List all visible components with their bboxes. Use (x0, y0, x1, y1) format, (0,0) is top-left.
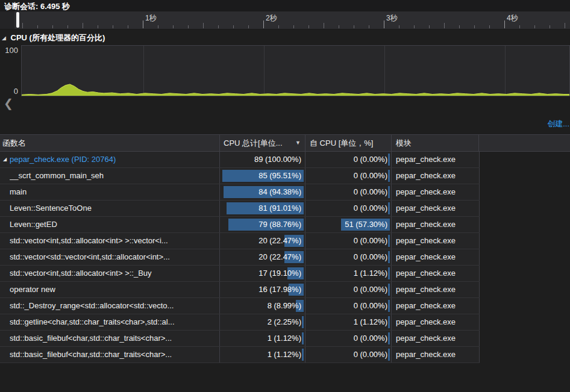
cpu-self-cell: 0 (0.00%) (305, 249, 392, 265)
ruler-tick (67, 25, 68, 28)
cpu-total-value: 20 (22.47%) (258, 233, 301, 249)
function-name: main (10, 184, 27, 200)
table-row[interactable]: ◢ std::basic_filebuf<char,std::char_trai… (0, 347, 480, 363)
cpu-self-cell: 0 (0.00%) (305, 347, 392, 362)
ruler-tick (22, 23, 23, 28)
cpu-self-bar (388, 202, 390, 214)
cpu-total-cell: 20 (22.47%) (220, 233, 305, 249)
module-name: pepar_check.exe (392, 331, 480, 346)
sort-arrow-icon[interactable]: ▼ (295, 135, 301, 151)
ruler-tick (233, 25, 234, 28)
cpu-self-value: 0 (0.00%) (354, 249, 387, 265)
ruler-tick (429, 25, 430, 28)
cpu-self-cell: 0 (0.00%) (305, 331, 392, 346)
cpu-total-value: 1 (1.12%) (268, 331, 301, 346)
cpu-self-value: 0 (0.00%) (354, 331, 387, 346)
cpu-self-cell: 0 (0.00%) (305, 282, 392, 297)
table-row[interactable]: ◢ std::vector<int,std::allocator<int> >:… (0, 233, 480, 249)
cpu-total-value: 17 (19.10%) (258, 266, 301, 281)
ruler-second-label: 3秒 (386, 13, 398, 23)
function-name: std::vector<int,std::allocator<int> >::_… (10, 266, 152, 281)
table-row[interactable]: ◢ pepar_check.exe (PID: 20764) 89 (100.0… (0, 152, 480, 168)
table-row[interactable]: ◢ std::basic_filebuf<char,std::char_trai… (0, 331, 480, 347)
function-name-cell: ◢ Leven::getED (0, 217, 220, 232)
table-row[interactable]: ◢ Leven::SentenceToOne 81 (91.01%) 0 (0.… (0, 201, 480, 217)
cpu-self-bar (388, 251, 390, 263)
cpu-self-value: 1 (1.12%) (354, 314, 387, 330)
function-name-cell: ◢ std::basic_filebuf<char,std::char_trai… (0, 331, 220, 346)
table-row[interactable]: ◢ __scrt_common_main_seh 85 (95.51%) 0 (… (0, 168, 480, 184)
cpu-self-value: 0 (0.00%) (354, 201, 387, 216)
cpu-area-series (22, 46, 569, 96)
table-row[interactable]: ◢ std::vector<std::vector<int,std::alloc… (0, 249, 480, 266)
cpu-total-cell: 16 (17.98%) (220, 282, 305, 297)
ruler-tick (444, 23, 445, 28)
ruler-tick (52, 25, 53, 28)
module-name: pepar_check.exe (392, 298, 480, 314)
cpu-total-value: 16 (17.98%) (258, 282, 301, 297)
cpu-total-bar (302, 332, 304, 344)
session-bar: 诊断会话: 6.495 秒 (0, 0, 570, 11)
timeline-ruler[interactable]: 1秒2秒3秒4秒 (0, 11, 570, 30)
ruler-tick (203, 23, 204, 28)
module-name: pepar_check.exe (392, 217, 480, 232)
module-name: pepar_check.exe (392, 201, 480, 216)
ruler-tick (519, 25, 520, 28)
ruler-tick (384, 20, 384, 28)
cpu-self-bar (388, 186, 390, 198)
cpu-self-value: 51 (57.30%) (345, 217, 387, 232)
table-row[interactable]: ◢ operator new 16 (17.98%) 0 (0.00%) pep… (0, 282, 480, 298)
table-row[interactable]: ◢ std::vector<int,std::allocator<int> >:… (0, 266, 480, 282)
column-header-module[interactable]: 模块 (392, 135, 479, 151)
cpu-self-bar (388, 170, 390, 182)
session-title: 诊断会话: 6.495 秒 (4, 1, 70, 12)
cpu-self-value: 0 (0.00%) (354, 184, 387, 200)
function-name-cell: ◢ pepar_check.exe (PID: 20764) (0, 152, 220, 167)
cpu-self-value: 0 (0.00%) (354, 152, 387, 167)
module-name: pepar_check.exe (392, 152, 480, 167)
module-name: pepar_check.exe (392, 233, 480, 249)
module-name: pepar_check.exe (392, 249, 480, 265)
cpu-usage-chart[interactable] (21, 45, 570, 96)
back-chevron-icon[interactable]: ❮ (4, 97, 13, 110)
cpu-total-value: 89 (100.00%) (254, 152, 301, 167)
function-name: std::vector<std::vector<int,std::allocat… (10, 249, 170, 265)
function-name-cell: ◢ std::getline<char,std::char_traits<cha… (0, 314, 220, 330)
function-name: std::_Destroy_range<std::allocator<std::… (10, 298, 174, 314)
ruler-second-label: 4秒 (507, 13, 518, 23)
cpu-self-bar (388, 284, 390, 296)
cpu-self-cell: 0 (0.00%) (305, 298, 392, 314)
section-collapse-icon[interactable]: ◢ (2, 35, 6, 41)
cpu-self-bar (388, 235, 390, 247)
ruler-tick (98, 25, 98, 28)
timeline-handle[interactable] (16, 12, 19, 28)
cpu-self-bar (388, 349, 390, 361)
table-row[interactable]: ◢ Leven::getED 79 (88.76%) 51 (57.30%) p… (0, 217, 480, 233)
function-name-cell: ◢ main (0, 184, 220, 200)
table-row[interactable]: ◢ std::getline<char,std::char_traits<cha… (0, 314, 480, 331)
column-header-cpu-self[interactable]: 自 CPU [单位，%] (305, 135, 392, 151)
ruler-tick (308, 25, 309, 28)
ruler-tick (354, 25, 354, 28)
cpu-total-value: 81 (91.01%) (258, 201, 301, 216)
table-row[interactable]: ◢ main 84 (94.38%) 0 (0.00%) pepar_check… (0, 184, 480, 201)
cpu-total-value: 2 (2.25%) (268, 314, 301, 330)
expand-icon[interactable]: ◢ (0, 152, 10, 167)
create-report-link[interactable]: 创建... (547, 119, 569, 129)
module-name: pepar_check.exe (392, 168, 480, 184)
cpu-total-cell: 89 (100.00%) (220, 152, 305, 167)
ruler-tick (339, 25, 339, 28)
table-body: ◢ pepar_check.exe (PID: 20764) 89 (100.0… (0, 152, 480, 363)
ruler-second-label: 1秒 (145, 13, 157, 23)
function-name-cell: ◢ Leven::SentenceToOne (0, 201, 220, 216)
cpu-self-bar (388, 154, 390, 166)
ruler-second-label: 2秒 (266, 13, 277, 23)
column-header-function[interactable]: 函数名 (0, 135, 220, 151)
cpu-self-value: 0 (0.00%) (354, 298, 387, 314)
cpu-total-value: 85 (95.51%) (258, 168, 301, 184)
column-header-cpu-total[interactable]: CPU 总计[单位... ▼ (220, 135, 305, 151)
table-row[interactable]: ◢ std::_Destroy_range<std::allocator<std… (0, 298, 480, 314)
cpu-self-value: 0 (0.00%) (354, 233, 387, 249)
ruler-tick (414, 25, 415, 28)
cpu-self-bar (388, 267, 390, 279)
